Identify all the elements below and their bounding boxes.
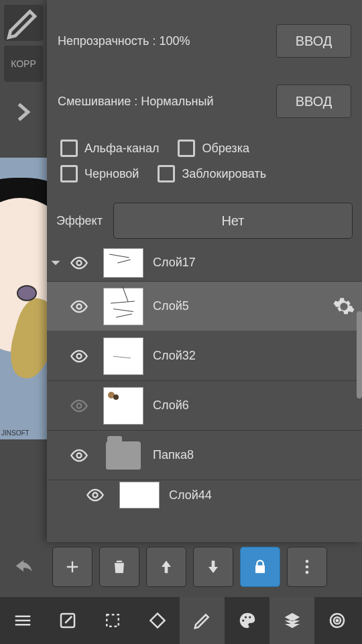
effect-dropdown[interactable]: Нет — [113, 203, 353, 239]
palette-icon[interactable] — [225, 597, 269, 644]
draft-label: Черновой — [84, 167, 139, 181]
svg-point-2 — [77, 354, 82, 358]
layer-name: Слой5 — [153, 299, 333, 313]
layer-thumbnail — [103, 288, 143, 325]
svg-point-4 — [77, 453, 82, 458]
svg-point-14 — [249, 616, 251, 618]
tool-brush-thumb[interactable] — [4, 5, 43, 41]
layer-name: Слой32 — [153, 349, 355, 363]
svg-rect-11 — [150, 613, 164, 627]
layer-row[interactable]: Слой6 — [47, 381, 362, 431]
visibility-eye-icon[interactable] — [64, 292, 94, 321]
tool-secondary-thumb[interactable]: КОРР — [4, 46, 43, 82]
svg-point-8 — [306, 571, 309, 574]
alpha-lock-label: Альфа-канал — [84, 142, 159, 156]
blend-label: Смешивание : Нормальный — [58, 95, 276, 109]
target-icon[interactable] — [314, 597, 359, 644]
tool-secondary-label: КОРР — [11, 58, 36, 69]
layer-name: Слой44 — [169, 488, 355, 502]
lock-checkbox[interactable]: Заблокировать — [158, 165, 266, 182]
svg-rect-10 — [107, 614, 119, 627]
opacity-label: Непрозрачность : 100% — [58, 34, 276, 48]
clip-checkbox[interactable]: Обрезка — [178, 140, 249, 157]
more-button[interactable] — [287, 547, 327, 587]
layer-thumbnail — [103, 387, 143, 425]
add-layer-button[interactable] — [52, 547, 93, 587]
move-up-button[interactable] — [146, 547, 186, 587]
visibility-eye-icon[interactable] — [64, 248, 94, 278]
layer-list[interactable]: Слой17 Слой5 — [47, 244, 362, 546]
canvas-preview: JINSOFT — [0, 158, 47, 439]
layer-row[interactable]: Слой5 — [47, 282, 362, 331]
layer-row[interactable]: Папка8 — [47, 431, 362, 480]
canvas-signature: JINSOFT — [1, 429, 29, 437]
svg-point-3 — [77, 403, 82, 408]
move-down-button[interactable] — [193, 547, 233, 587]
opacity-value: 100% — [159, 34, 190, 48]
undo-button[interactable] — [0, 543, 47, 590]
effect-label: Эффект — [56, 214, 103, 228]
clip-label: Обрезка — [202, 142, 249, 156]
visibility-eye-icon[interactable] — [64, 391, 94, 421]
layer-row[interactable]: Слой44 — [47, 480, 362, 510]
blend-value: Нормальный — [141, 95, 213, 108]
selection-icon[interactable] — [90, 597, 135, 644]
svg-point-7 — [306, 566, 309, 569]
draft-checkbox[interactable]: Черновой — [60, 165, 139, 182]
visibility-eye-icon[interactable] — [64, 441, 94, 470]
blend-enter-button[interactable]: ВВОД — [276, 85, 351, 118]
svg-point-0 — [77, 260, 82, 265]
collapse-toggle-icon[interactable] — [47, 254, 64, 272]
layer-name: Слой6 — [153, 398, 355, 413]
svg-point-13 — [244, 616, 246, 618]
layer-list-scrollbar[interactable] — [357, 311, 362, 398]
layer-name: Папка8 — [153, 448, 355, 462]
collapse-panel-chevron[interactable] — [10, 99, 37, 125]
edit-icon[interactable] — [45, 597, 90, 644]
layer-thumbnail — [103, 337, 143, 375]
svg-point-6 — [306, 560, 309, 564]
layer-row[interactable]: Слой17 — [47, 244, 362, 282]
layer-thumbnail — [119, 482, 160, 508]
rotate-icon[interactable] — [135, 597, 180, 644]
visibility-eye-icon[interactable] — [80, 480, 110, 510]
opacity-enter-button[interactable]: ВВОД — [276, 24, 351, 58]
svg-point-17 — [336, 620, 338, 622]
layers-panel: Непрозрачность : 100% ВВОД Смешивание : … — [47, 0, 362, 542]
lock-label: Заблокировать — [182, 167, 266, 181]
lock-layer-button[interactable] — [240, 547, 280, 587]
layers-tool-icon[interactable] — [269, 597, 314, 644]
delete-layer-button[interactable] — [99, 547, 139, 587]
folder-icon — [106, 441, 141, 470]
svg-point-5 — [93, 493, 98, 498]
layer-name: Слой17 — [153, 256, 355, 270]
svg-point-12 — [242, 619, 244, 621]
bottom-toolbar — [0, 597, 362, 644]
visibility-eye-icon[interactable] — [64, 341, 94, 371]
menu-icon[interactable] — [0, 597, 45, 644]
alpha-lock-checkbox[interactable]: Альфа-канал — [60, 140, 159, 157]
layer-settings-gear-icon[interactable] — [333, 295, 355, 318]
layer-row[interactable]: Слой32 — [47, 331, 362, 381]
svg-point-1 — [77, 304, 82, 309]
layer-ops-strip — [47, 543, 362, 590]
brush-tool-icon[interactable] — [180, 597, 225, 644]
layer-thumbnail — [103, 248, 143, 278]
